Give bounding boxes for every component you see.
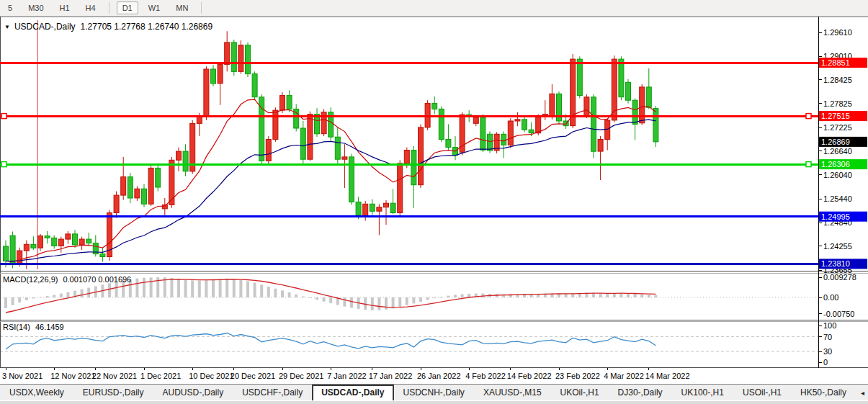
price-tick-label: 1.27225 <box>823 123 852 132</box>
chart-dropdown-icon[interactable]: ▼ <box>4 24 10 30</box>
price-tick-label: 1.26040 <box>823 171 852 179</box>
tab-scroll-left-icon[interactable]: ◂ <box>856 389 868 397</box>
candle <box>218 64 223 84</box>
candle <box>176 151 182 160</box>
date-tick-label: 22 Nov 2021 <box>92 372 137 380</box>
candle <box>73 234 78 245</box>
price-tick-label: 1.25440 <box>823 194 852 203</box>
symbol-tab-uk100[interactable]: UK100-,H1 <box>672 385 733 400</box>
symbol-tab-audusd[interactable]: AUDUSD-,Daily <box>153 385 233 400</box>
candle <box>266 140 271 161</box>
candle <box>308 115 313 160</box>
candle <box>38 236 43 248</box>
timeframe-button-mn[interactable]: MN <box>170 1 194 14</box>
symbol-tab-usdcad[interactable]: USDCAD-,Daily <box>312 385 393 400</box>
macd-tick-label: -0.00750 <box>823 310 854 318</box>
candle <box>86 239 91 243</box>
candle <box>58 239 63 246</box>
symbol-tab-usoil[interactable]: USOil-,H1 <box>733 385 791 400</box>
candle <box>335 137 340 159</box>
price-tick-label: 1.26640 <box>823 147 852 156</box>
candle <box>148 168 153 204</box>
candle <box>653 109 658 142</box>
macd-name: MACD(12,26,9) <box>3 275 58 284</box>
hline-handle[interactable] <box>806 114 811 119</box>
candle <box>398 163 403 213</box>
candle <box>515 120 520 121</box>
candle <box>384 203 389 207</box>
candle <box>127 177 133 198</box>
candle <box>10 235 15 264</box>
candle <box>4 246 9 261</box>
hline-handle[interactable] <box>1 162 6 167</box>
symbol-tab-hk50[interactable]: HK50-,Daily <box>791 385 856 400</box>
timeframe-button-h1[interactable]: H1 <box>54 1 76 14</box>
candle <box>287 96 292 109</box>
timeframe-button-h4[interactable]: H4 <box>80 1 102 14</box>
rsi-value: 46.1459 <box>35 323 64 331</box>
candle <box>508 121 513 145</box>
candle <box>432 104 437 109</box>
candle <box>377 207 382 212</box>
timeframe-button-5[interactable]: 5 <box>2 1 18 14</box>
candle <box>577 59 582 95</box>
timeframe-button-d1[interactable]: D1 <box>117 1 138 14</box>
date-tick-label: 23 Feb 2022 <box>555 372 600 380</box>
hline-price-badge-text: 1.26306 <box>821 160 850 169</box>
candle <box>646 87 651 107</box>
timeframe-toolbar: 5M30H1H4D1W1MN <box>0 0 868 17</box>
date-tick-label: 4 Feb 2022 <box>465 372 506 380</box>
candle <box>460 115 465 152</box>
chart-symbol-label: USDCAD-,Daily <box>14 22 76 32</box>
candle <box>315 115 320 134</box>
hline-handle[interactable] <box>806 162 811 167</box>
candle <box>404 151 409 163</box>
candle <box>300 128 305 159</box>
rsi-tick-label: 100 <box>823 321 836 330</box>
candle <box>488 134 493 151</box>
hline-handle[interactable] <box>1 114 6 119</box>
date-tick-label: 4 Mar 2022 <box>604 372 644 380</box>
symbol-tab-usdcnh[interactable]: USDCNH-,Daily <box>394 385 474 400</box>
candle <box>142 189 147 204</box>
date-tick-label: 1 Dec 2021 <box>140 372 181 380</box>
candle <box>619 59 624 97</box>
date-tick-label: 29 Dec 2021 <box>279 372 323 380</box>
candle <box>591 97 596 151</box>
candle <box>501 134 506 145</box>
candle <box>79 239 84 245</box>
candle <box>584 97 589 116</box>
timeframe-button-m30[interactable]: M30 <box>22 1 49 14</box>
date-tick-label: 10 Dec 2021 <box>189 372 233 380</box>
symbol-tab-eurusd[interactable]: EURUSD-,Daily <box>73 385 153 400</box>
candle <box>529 130 534 133</box>
candle <box>640 87 645 123</box>
chart-canvas[interactable]: 1.296101.290101.284251.278251.272251.266… <box>0 17 868 384</box>
rsi-name: RSI(14) <box>3 323 30 331</box>
candle <box>419 127 424 185</box>
date-tick-label: 3 Nov 2021 <box>2 372 42 380</box>
symbol-tab-usdx[interactable]: USDX,Weekly <box>0 385 73 400</box>
price-tick-label: 1.27825 <box>823 99 852 108</box>
chart-title: ▼USDCAD-,Daily1.27705 1.27768 1.26740 1.… <box>4 22 212 32</box>
macd-tick-label: 0.009278 <box>823 273 856 282</box>
date-tick-label: 7 Jan 2022 <box>327 372 366 380</box>
candle <box>225 42 230 65</box>
candle <box>204 69 209 117</box>
candle <box>522 120 527 130</box>
date-tick-label: 14 Mar 2022 <box>645 372 690 380</box>
candle <box>52 238 57 246</box>
candle <box>162 205 167 209</box>
timeframe-button-w1[interactable]: W1 <box>143 1 166 14</box>
candle <box>536 116 541 133</box>
symbol-tab-row: USDX,WeeklyEURUSD-,DailyAUDUSD-,DailyUSD… <box>0 385 868 400</box>
candle <box>356 202 361 215</box>
symbol-tab-usdchf[interactable]: USDCHF-,Daily <box>233 385 312 400</box>
symbol-tab-xauusd[interactable]: XAUUSD-,M15 <box>474 385 551 400</box>
symbol-tab-ukoil[interactable]: UKOil-,H1 <box>551 385 609 400</box>
tab-scroll-arrows: ◂▸ <box>856 385 868 400</box>
candle <box>598 140 603 152</box>
symbol-tab-bar: USDX,WeeklyEURUSD-,DailyAUDUSD-,DailyUSD… <box>0 384 868 404</box>
symbol-tab-dj30[interactable]: DJ30-,Daily <box>609 385 672 400</box>
macd-tick-label: 0.00 <box>823 293 838 302</box>
